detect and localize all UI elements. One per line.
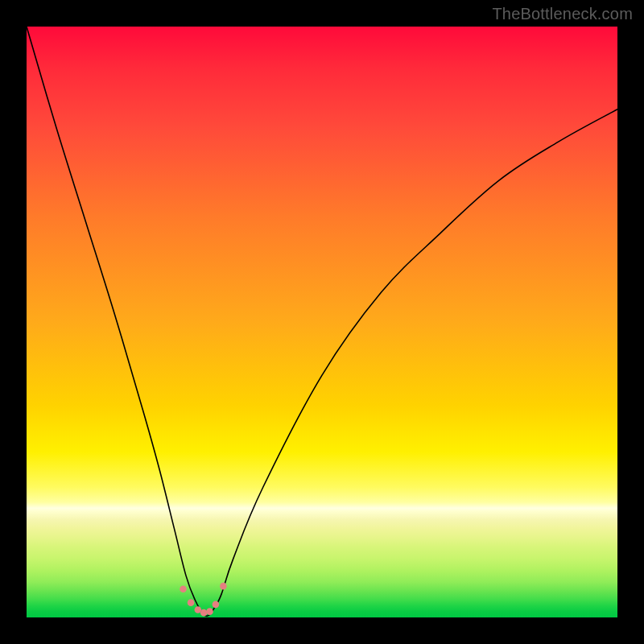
curve-svg [27, 27, 617, 617]
curve-marker [206, 608, 213, 615]
chart-frame: TheBottleneck.com [0, 0, 644, 644]
bottleneck-curve [27, 27, 617, 616]
curve-marker [180, 585, 187, 592]
watermark-text: TheBottleneck.com [492, 5, 633, 23]
plot-area [27, 27, 617, 617]
curve-marker [200, 609, 208, 617]
curve-marker [188, 599, 195, 606]
curve-marker [195, 606, 202, 613]
curve-marker [220, 583, 227, 590]
curve-marker [213, 601, 220, 609]
